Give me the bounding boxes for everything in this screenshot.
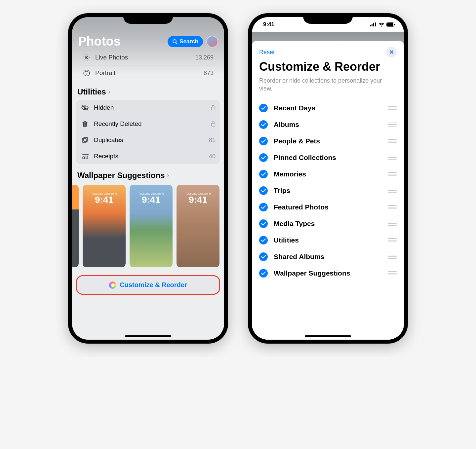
- wallpaper-carousel[interactable]: Tuesday, January 9 9:41 Tuesday, January…: [72, 183, 220, 267]
- drag-handle-icon[interactable]: [388, 172, 397, 176]
- checkmark-icon[interactable]: [259, 120, 268, 129]
- checkmark-icon[interactable]: [259, 203, 268, 211]
- svg-rect-16: [212, 107, 215, 110]
- chevron-right-icon: ›: [108, 88, 110, 96]
- option-label: Shared Albums: [274, 253, 382, 261]
- reset-button[interactable]: Reset: [259, 49, 275, 56]
- checkmark-icon[interactable]: [259, 236, 268, 244]
- option-label: Media Types: [274, 220, 382, 228]
- drag-handle-icon[interactable]: [388, 205, 397, 209]
- option-row[interactable]: Utilities: [259, 232, 397, 248]
- checkmark-icon[interactable]: [259, 104, 268, 112]
- option-label: Albums: [274, 121, 382, 129]
- svg-point-21: [86, 157, 88, 159]
- svg-rect-17: [212, 123, 215, 126]
- utility-item-recently-deleted[interactable]: Recently Deleted: [76, 116, 220, 132]
- checkmark-icon[interactable]: [259, 219, 268, 228]
- utility-item-hidden[interactable]: Hidden: [76, 100, 220, 116]
- svg-rect-23: [372, 24, 373, 26]
- close-button[interactable]: ✕: [386, 47, 397, 57]
- option-row[interactable]: Pinned Collections: [259, 149, 397, 166]
- wallpaper-time: 9:41: [142, 195, 160, 205]
- media-type-count: 13,269: [195, 54, 214, 61]
- lock-icon: [211, 105, 216, 111]
- options-list: Recent Days Albums People & Pets Pinned …: [259, 100, 397, 281]
- utilities-card: Hidden Recently Deleted Duplicates 81: [76, 100, 220, 164]
- media-type-item-portrait[interactable]: f Portrait 873: [80, 65, 216, 81]
- section-title-label: Utilities: [77, 87, 106, 96]
- customize-modal: Reset ✕ Customize & Reorder Reorder or h…: [252, 41, 404, 340]
- signal-icon: [370, 22, 377, 26]
- option-label: People & Pets: [274, 137, 382, 145]
- utility-label: Receipts: [94, 153, 204, 160]
- option-row[interactable]: Wallpaper Suggestions: [259, 265, 397, 281]
- svg-point-11: [86, 57, 87, 58]
- section-utilities[interactable]: Utilities ›: [76, 81, 220, 100]
- checkmark-icon[interactable]: [259, 186, 268, 195]
- svg-point-20: [83, 157, 85, 159]
- option-label: Recent Days: [274, 104, 382, 112]
- drag-handle-icon[interactable]: [388, 123, 397, 127]
- option-row[interactable]: Shared Albums: [259, 248, 397, 265]
- media-type-count: 873: [204, 70, 214, 77]
- device-frame-left: 9:41 Photos Search: [68, 13, 228, 344]
- checkmark-icon[interactable]: [259, 269, 268, 278]
- checkmark-icon[interactable]: [259, 153, 268, 162]
- home-indicator[interactable]: [305, 335, 351, 337]
- home-indicator[interactable]: [125, 335, 171, 337]
- wallpaper-date: Tuesday, January 9: [91, 192, 117, 195]
- search-button[interactable]: Search: [168, 36, 203, 47]
- wallpaper-thumb[interactable]: Tuesday, January 9 9:41: [130, 185, 173, 267]
- checkmark-icon[interactable]: [259, 170, 268, 178]
- device-frame-right: 9:41 Reset ✕ Customize & Reorder Reorder…: [248, 13, 408, 344]
- wallpaper-thumb[interactable]: Tuesday, January 9 9:41: [83, 185, 126, 267]
- screen-left: 9:41 Photos Search: [72, 17, 224, 340]
- duplicates-icon: [81, 136, 89, 144]
- drag-handle-icon[interactable]: [388, 139, 397, 143]
- status-time: 9:41: [263, 21, 274, 28]
- utility-label: Recently Deleted: [94, 120, 206, 128]
- modal-title: Customize & Reorder: [259, 60, 397, 73]
- utility-count: 40: [209, 153, 216, 160]
- drag-handle-icon[interactable]: [388, 222, 397, 226]
- option-row[interactable]: Media Types: [259, 215, 397, 232]
- svg-rect-28: [394, 24, 395, 25]
- avatar[interactable]: [206, 36, 218, 48]
- drag-handle-icon[interactable]: [388, 106, 397, 110]
- option-label: Featured Photos: [274, 203, 382, 211]
- battery-icon: [386, 22, 395, 27]
- checkmark-icon[interactable]: [259, 137, 268, 145]
- media-type-item-live-photos[interactable]: Live Photos 13,269: [80, 50, 216, 65]
- drag-handle-icon[interactable]: [388, 271, 397, 275]
- option-row[interactable]: Featured Photos: [259, 199, 397, 215]
- svg-line-15: [82, 105, 88, 110]
- drag-handle-icon[interactable]: [388, 156, 397, 160]
- option-row[interactable]: Albums: [259, 116, 397, 133]
- photos-icon: [109, 281, 116, 289]
- wallpaper-time: 9:41: [95, 195, 113, 205]
- eye-slash-icon: [81, 104, 89, 111]
- section-wallpaper-suggestions[interactable]: Wallpaper Suggestions ›: [76, 164, 220, 183]
- drag-handle-icon[interactable]: [388, 189, 397, 193]
- search-label: Search: [179, 38, 198, 45]
- customize-reorder-button[interactable]: Customize & Reorder: [76, 275, 220, 295]
- wallpaper-thumb[interactable]: Tuesday, January 9 9:41: [177, 185, 219, 267]
- utility-item-duplicates[interactable]: Duplicates 81: [76, 132, 220, 148]
- option-row[interactable]: Recent Days: [259, 100, 397, 116]
- wallpaper-thumb[interactable]: [72, 185, 79, 267]
- svg-rect-27: [387, 23, 393, 26]
- wallpaper-date: Tuesday, January 9: [138, 192, 164, 195]
- live-photos-icon: [83, 54, 91, 61]
- checkmark-icon[interactable]: [259, 252, 268, 261]
- option-label: Utilities: [274, 236, 382, 244]
- option-row[interactable]: Memories: [259, 166, 397, 182]
- lock-icon: [211, 121, 216, 127]
- drag-handle-icon[interactable]: [388, 255, 397, 259]
- svg-rect-25: [375, 22, 376, 26]
- receipts-icon: [81, 153, 89, 160]
- option-row[interactable]: Trips: [259, 182, 397, 199]
- utility-item-receipts[interactable]: Receipts 40: [76, 148, 220, 164]
- chevron-right-icon: ›: [167, 171, 169, 180]
- drag-handle-icon[interactable]: [388, 238, 397, 242]
- option-row[interactable]: People & Pets: [259, 133, 397, 149]
